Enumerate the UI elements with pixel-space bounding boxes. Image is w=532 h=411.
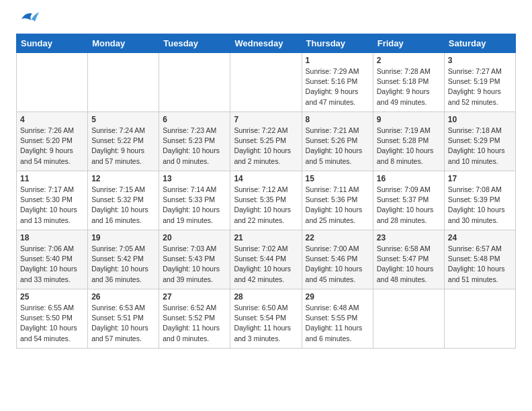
cell-content: Sunrise: 7:27 AM Sunset: 5:19 PM Dayligh… [448,66,512,107]
cell-content: Sunrise: 6:48 AM Sunset: 5:55 PM Dayligh… [306,303,369,344]
calendar-cell [230,53,302,112]
cell-content: Sunrise: 7:23 AM Sunset: 5:23 PM Dayligh… [163,126,226,167]
day-number: 18 [20,233,84,242]
calendar-cell: 19Sunrise: 7:05 AM Sunset: 5:42 PM Dayli… [88,230,159,289]
day-number: 9 [377,115,441,124]
day-number: 15 [306,174,369,183]
day-number: 11 [20,174,84,183]
calendar-cell: 9Sunrise: 7:19 AM Sunset: 5:28 PM Daylig… [373,112,444,171]
cell-content: Sunrise: 7:15 AM Sunset: 5:32 PM Dayligh… [91,185,155,226]
day-number: 19 [91,233,155,242]
calendar-cell: 11Sunrise: 7:17 AM Sunset: 5:30 PM Dayli… [17,171,88,230]
calendar-cell: 7Sunrise: 7:22 AM Sunset: 5:25 PM Daylig… [230,112,302,171]
calendar-cell [159,53,230,112]
calendar-cell: 20Sunrise: 7:03 AM Sunset: 5:43 PM Dayli… [159,230,230,289]
day-number: 24 [448,233,512,242]
day-number: 22 [306,233,369,242]
calendar-cell: 23Sunrise: 6:58 AM Sunset: 5:47 PM Dayli… [373,230,444,289]
calendar-cell [373,289,444,349]
header [16,13,516,27]
calendar-week-2: 4Sunrise: 7:26 AM Sunset: 5:20 PM Daylig… [17,112,516,171]
calendar-cell: 28Sunrise: 6:50 AM Sunset: 5:54 PM Dayli… [230,289,302,349]
calendar-cell: 27Sunrise: 6:52 AM Sunset: 5:52 PM Dayli… [159,289,230,349]
cell-content: Sunrise: 7:24 AM Sunset: 5:22 PM Dayligh… [91,126,155,167]
calendar-cell: 17Sunrise: 7:08 AM Sunset: 5:39 PM Dayli… [444,171,515,230]
calendar-header-row: SundayMondayTuesdayWednesdayThursdayFrid… [17,34,516,53]
calendar-week-5: 25Sunrise: 6:55 AM Sunset: 5:50 PM Dayli… [17,289,516,349]
day-number: 25 [20,292,84,302]
calendar-cell: 29Sunrise: 6:48 AM Sunset: 5:55 PM Dayli… [302,289,373,349]
calendar-cell: 18Sunrise: 7:06 AM Sunset: 5:40 PM Dayli… [17,230,88,289]
weekday-header-monday: Monday [88,34,159,53]
weekday-header-sunday: Sunday [17,34,88,53]
calendar-cell: 13Sunrise: 7:14 AM Sunset: 5:33 PM Dayli… [159,171,230,230]
cell-content: Sunrise: 7:09 AM Sunset: 5:37 PM Dayligh… [377,185,441,226]
calendar-cell: 22Sunrise: 7:00 AM Sunset: 5:46 PM Dayli… [302,230,373,289]
cell-content: Sunrise: 7:05 AM Sunset: 5:42 PM Dayligh… [91,244,155,285]
cell-content: Sunrise: 7:11 AM Sunset: 5:36 PM Dayligh… [306,185,369,226]
cell-content: Sunrise: 7:14 AM Sunset: 5:33 PM Dayligh… [163,185,226,226]
logo [16,13,40,27]
day-number: 28 [234,292,298,302]
cell-content: Sunrise: 6:52 AM Sunset: 5:52 PM Dayligh… [163,303,226,344]
calendar-cell: 4Sunrise: 7:26 AM Sunset: 5:20 PM Daylig… [17,112,88,171]
day-number: 3 [448,56,512,65]
weekday-header-tuesday: Tuesday [159,34,230,53]
cell-content: Sunrise: 7:00 AM Sunset: 5:46 PM Dayligh… [306,244,369,285]
cell-content: Sunrise: 7:29 AM Sunset: 5:16 PM Dayligh… [306,66,369,107]
calendar-week-1: 1Sunrise: 7:29 AM Sunset: 5:16 PM Daylig… [17,53,516,112]
day-number: 7 [234,115,298,124]
day-number: 6 [163,115,226,124]
cell-content: Sunrise: 7:08 AM Sunset: 5:39 PM Dayligh… [448,185,512,226]
calendar-cell: 14Sunrise: 7:12 AM Sunset: 5:35 PM Dayli… [230,171,302,230]
calendar-cell: 6Sunrise: 7:23 AM Sunset: 5:23 PM Daylig… [159,112,230,171]
cell-content: Sunrise: 7:06 AM Sunset: 5:40 PM Dayligh… [20,244,84,285]
calendar-cell: 1Sunrise: 7:29 AM Sunset: 5:16 PM Daylig… [302,53,373,112]
day-number: 10 [448,115,512,124]
cell-content: Sunrise: 6:58 AM Sunset: 5:47 PM Dayligh… [377,244,441,285]
day-number: 2 [377,56,441,65]
cell-content: Sunrise: 7:26 AM Sunset: 5:20 PM Dayligh… [20,126,84,167]
day-number: 16 [377,174,441,183]
cell-content: Sunrise: 7:19 AM Sunset: 5:28 PM Dayligh… [377,126,441,167]
day-number: 27 [163,292,226,302]
calendar-cell: 3Sunrise: 7:27 AM Sunset: 5:19 PM Daylig… [444,53,515,112]
day-number: 14 [234,174,298,183]
calendar-cell: 8Sunrise: 7:21 AM Sunset: 5:26 PM Daylig… [302,112,373,171]
weekday-header-thursday: Thursday [302,34,373,53]
cell-content: Sunrise: 7:03 AM Sunset: 5:43 PM Dayligh… [163,244,226,285]
day-number: 1 [306,56,369,65]
day-number: 20 [163,233,226,242]
calendar-cell: 26Sunrise: 6:53 AM Sunset: 5:51 PM Dayli… [88,289,159,349]
calendar-cell: 12Sunrise: 7:15 AM Sunset: 5:32 PM Dayli… [88,171,159,230]
day-number: 17 [448,174,512,183]
cell-content: Sunrise: 6:55 AM Sunset: 5:50 PM Dayligh… [20,303,84,344]
calendar-cell: 5Sunrise: 7:24 AM Sunset: 5:22 PM Daylig… [88,112,159,171]
calendar-cell: 2Sunrise: 7:28 AM Sunset: 5:18 PM Daylig… [373,53,444,112]
day-number: 26 [91,292,155,302]
cell-content: Sunrise: 6:50 AM Sunset: 5:54 PM Dayligh… [234,303,298,344]
day-number: 29 [306,292,369,302]
calendar-cell: 24Sunrise: 6:57 AM Sunset: 5:48 PM Dayli… [444,230,515,289]
calendar-cell: 10Sunrise: 7:18 AM Sunset: 5:29 PM Dayli… [444,112,515,171]
calendar-body: 1Sunrise: 7:29 AM Sunset: 5:16 PM Daylig… [17,53,516,349]
weekday-header-wednesday: Wednesday [230,34,302,53]
calendar-cell [444,289,515,349]
cell-content: Sunrise: 7:21 AM Sunset: 5:26 PM Dayligh… [306,126,369,167]
calendar-cell: 16Sunrise: 7:09 AM Sunset: 5:37 PM Dayli… [373,171,444,230]
calendar-cell [88,53,159,112]
cell-content: Sunrise: 6:53 AM Sunset: 5:51 PM Dayligh… [91,303,155,344]
weekday-header-friday: Friday [373,34,444,53]
calendar-cell: 25Sunrise: 6:55 AM Sunset: 5:50 PM Dayli… [17,289,88,349]
calendar-cell: 21Sunrise: 7:02 AM Sunset: 5:44 PM Dayli… [230,230,302,289]
day-number: 21 [234,233,298,242]
weekday-header-saturday: Saturday [444,34,515,53]
calendar-week-4: 18Sunrise: 7:06 AM Sunset: 5:40 PM Dayli… [17,230,516,289]
day-number: 13 [163,174,226,183]
day-number: 23 [377,233,441,242]
cell-content: Sunrise: 7:02 AM Sunset: 5:44 PM Dayligh… [234,244,298,285]
calendar-week-3: 11Sunrise: 7:17 AM Sunset: 5:30 PM Dayli… [17,171,516,230]
cell-content: Sunrise: 7:17 AM Sunset: 5:30 PM Dayligh… [20,185,84,226]
day-number: 8 [306,115,369,124]
cell-content: Sunrise: 6:57 AM Sunset: 5:48 PM Dayligh… [448,244,512,285]
